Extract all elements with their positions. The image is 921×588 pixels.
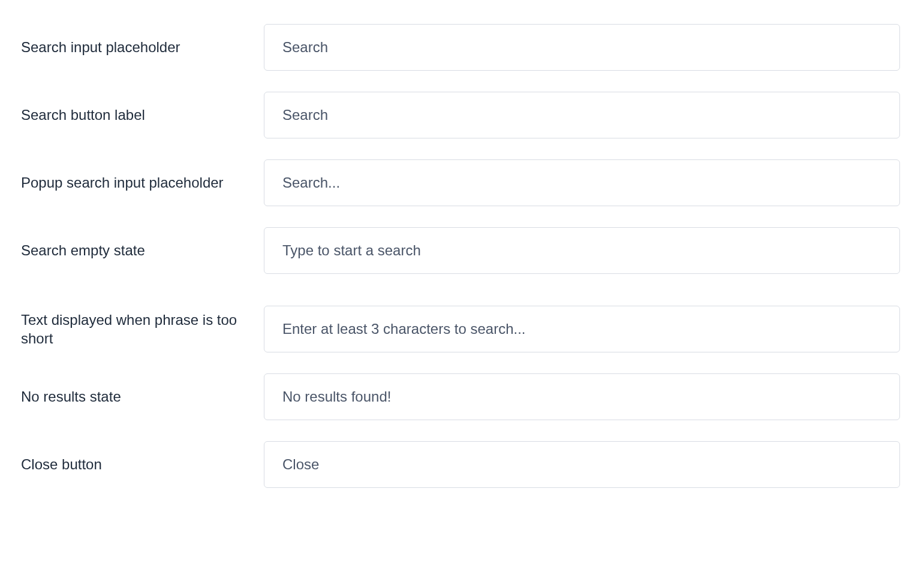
field-row-search-button-label: Search button label (21, 92, 900, 138)
label-search-input-placeholder: Search input placeholder (21, 38, 252, 56)
field-row-search-empty-state: Search empty state (21, 227, 900, 274)
label-phrase-too-short: Text displayed when phrase is too short (21, 310, 252, 348)
label-search-empty-state: Search empty state (21, 241, 252, 260)
field-row-phrase-too-short: Text displayed when phrase is too short (21, 306, 900, 352)
input-search-empty-state[interactable] (264, 227, 900, 274)
field-row-popup-search-input-placeholder: Popup search input placeholder (21, 159, 900, 206)
field-row-close-button: Close button (21, 441, 900, 488)
input-search-button-label[interactable] (264, 92, 900, 138)
field-row-no-results-state: No results state (21, 373, 900, 420)
settings-form: Search input placeholder Search button l… (21, 24, 900, 488)
input-no-results-state[interactable] (264, 373, 900, 420)
field-row-search-input-placeholder: Search input placeholder (21, 24, 900, 71)
label-no-results-state: No results state (21, 387, 252, 406)
label-search-button-label: Search button label (21, 105, 252, 124)
label-close-button: Close button (21, 455, 252, 474)
input-search-input-placeholder[interactable] (264, 24, 900, 71)
input-close-button[interactable] (264, 441, 900, 488)
input-phrase-too-short[interactable] (264, 306, 900, 352)
input-popup-search-input-placeholder[interactable] (264, 159, 900, 206)
label-popup-search-input-placeholder: Popup search input placeholder (21, 173, 252, 192)
